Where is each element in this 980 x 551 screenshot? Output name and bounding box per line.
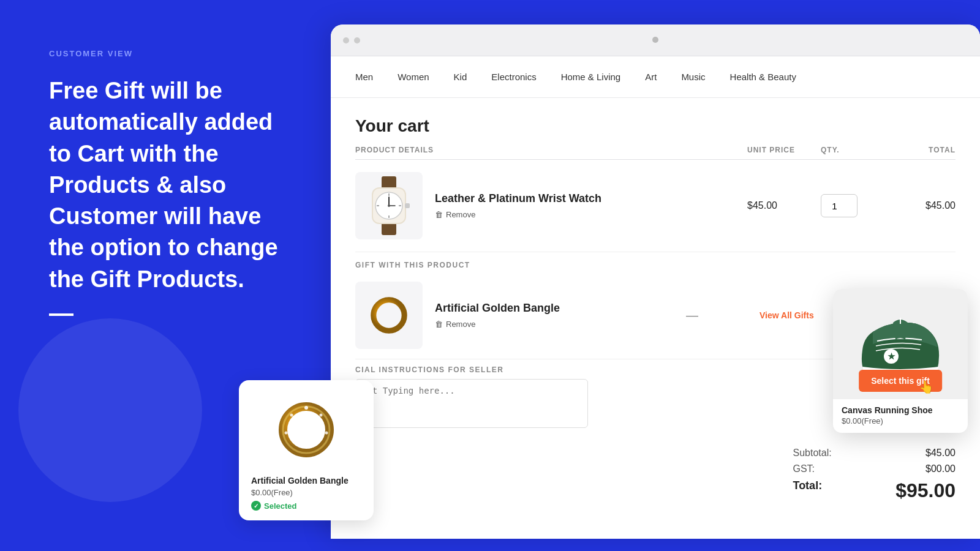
left-divider bbox=[49, 313, 74, 316]
gift-bangle-svg bbox=[368, 294, 410, 337]
col-total-header: TOTAL bbox=[882, 146, 956, 154]
subtotal-label: Subtotal: bbox=[793, 448, 831, 459]
total-row: Total: $95.00 bbox=[793, 479, 956, 502]
product-name: Leather & Platinum Wrist Watch bbox=[435, 192, 601, 205]
col-qty-header: QTY. bbox=[821, 146, 882, 154]
cursor-icon: 👆 bbox=[919, 380, 934, 394]
subtotal-row: Subtotal: $45.00 bbox=[793, 448, 956, 459]
nav-kid[interactable]: Kid bbox=[454, 69, 467, 84]
browser-content: Men Women Kid Electronics Home & Living … bbox=[331, 56, 980, 539]
svg-rect-19 bbox=[405, 203, 410, 208]
product-unit-price: $45.00 bbox=[747, 200, 821, 211]
bangle-card-price: $0.00(Free) bbox=[251, 488, 361, 497]
remove-gift-btn[interactable]: 🗑 Remove bbox=[435, 320, 560, 329]
product-qty-cell bbox=[821, 194, 882, 217]
nav-health-beauty[interactable]: Health & Beauty bbox=[730, 69, 796, 84]
summary-area: Subtotal: $45.00 GST: $00.00 Total: $95.… bbox=[793, 448, 956, 502]
bangle-svg bbox=[276, 399, 337, 460]
browser-dot-2 bbox=[354, 37, 360, 43]
gift-details: Artificial Golden Bangle 🗑 Remove bbox=[435, 302, 560, 329]
watch-svg bbox=[364, 175, 413, 236]
trash-icon-gift: 🗑 bbox=[435, 320, 443, 329]
product-total: $45.00 bbox=[882, 200, 956, 211]
col-product-header: PRODUCT DETAILS bbox=[355, 146, 747, 154]
svg-text:★: ★ bbox=[888, 351, 895, 361]
browser-dot-1 bbox=[343, 37, 349, 43]
subtotal-value: $45.00 bbox=[925, 448, 956, 459]
remove-gift-label: Remove bbox=[446, 320, 475, 329]
svg-point-5 bbox=[290, 414, 293, 417]
gift-popup-price: $0.00(Free) bbox=[833, 416, 968, 433]
bangle-selected-badge: ✓ Selected bbox=[251, 501, 361, 511]
gift-image-box bbox=[355, 282, 423, 349]
bangle-card-name: Artificial Golden Bangle bbox=[251, 476, 361, 485]
trash-icon: 🗑 bbox=[435, 210, 443, 219]
gift-section-header: GIFT WITH THIS PRODUCT bbox=[355, 252, 956, 272]
nav-women[interactable]: Women bbox=[398, 69, 429, 84]
nav-electronics[interactable]: Electronics bbox=[491, 69, 536, 84]
product-image-box bbox=[355, 172, 423, 239]
svg-point-20 bbox=[374, 300, 404, 331]
nav-music[interactable]: Music bbox=[681, 69, 705, 84]
nav-home-living[interactable]: Home & Living bbox=[561, 69, 621, 84]
col-unit-price-header: UNIT PRICE bbox=[747, 146, 821, 154]
product-row: Leather & Platinum Wrist Watch 🗑 Remove … bbox=[355, 160, 956, 252]
total-label: Total: bbox=[793, 479, 822, 502]
svg-point-6 bbox=[285, 432, 288, 435]
check-icon: ✓ bbox=[251, 501, 261, 511]
gift-popup-image: ★ Select this gift 👆 bbox=[833, 289, 968, 399]
bg-circle bbox=[18, 318, 202, 502]
cart-title: Your cart bbox=[355, 116, 956, 136]
gift-popup: ★ Select this gift 👆 Canvas Running Shoe… bbox=[833, 289, 968, 433]
browser-dot-center bbox=[652, 37, 658, 43]
customer-view-label: CUSTOMER VIEW bbox=[49, 49, 300, 58]
gift-dash: — bbox=[686, 309, 760, 323]
nav-men[interactable]: Men bbox=[355, 69, 373, 84]
remove-label: Remove bbox=[446, 210, 475, 219]
cart-table-header: PRODUCT DETAILS UNIT PRICE QTY. TOTAL bbox=[355, 146, 956, 160]
product-info: Leather & Platinum Wrist Watch 🗑 Remove bbox=[355, 172, 747, 239]
svg-point-1 bbox=[283, 407, 330, 453]
total-value: $95.00 bbox=[895, 479, 956, 502]
bangle-card: Artificial Golden Bangle $0.00(Free) ✓ S… bbox=[239, 380, 374, 520]
bangle-image bbox=[251, 390, 361, 470]
gift-popup-name: Canvas Running Shoe bbox=[833, 399, 968, 416]
gst-label: GST: bbox=[793, 463, 815, 474]
gst-row: GST: $00.00 bbox=[793, 463, 956, 474]
bangle-selected-label: Selected bbox=[264, 501, 296, 511]
gst-value: $00.00 bbox=[925, 463, 956, 474]
nav-art[interactable]: Art bbox=[645, 69, 657, 84]
special-instructions-textarea[interactable] bbox=[355, 379, 588, 428]
svg-point-2 bbox=[304, 406, 308, 410]
left-headline: Free Gift will be automatically added to… bbox=[49, 75, 300, 295]
gift-name: Artificial Golden Bangle bbox=[435, 302, 560, 315]
product-qty-input[interactable] bbox=[821, 194, 858, 217]
product-details: Leather & Platinum Wrist Watch 🗑 Remove bbox=[435, 192, 601, 219]
remove-product-btn[interactable]: 🗑 Remove bbox=[435, 210, 601, 219]
svg-point-4 bbox=[325, 432, 328, 435]
browser-bar bbox=[331, 24, 980, 56]
gift-info: Artificial Golden Bangle 🗑 Remove bbox=[355, 282, 686, 349]
svg-point-3 bbox=[320, 414, 323, 417]
nav-bar: Men Women Kid Electronics Home & Living … bbox=[331, 56, 980, 98]
svg-point-18 bbox=[388, 204, 390, 207]
right-panel: Men Women Kid Electronics Home & Living … bbox=[331, 24, 980, 539]
